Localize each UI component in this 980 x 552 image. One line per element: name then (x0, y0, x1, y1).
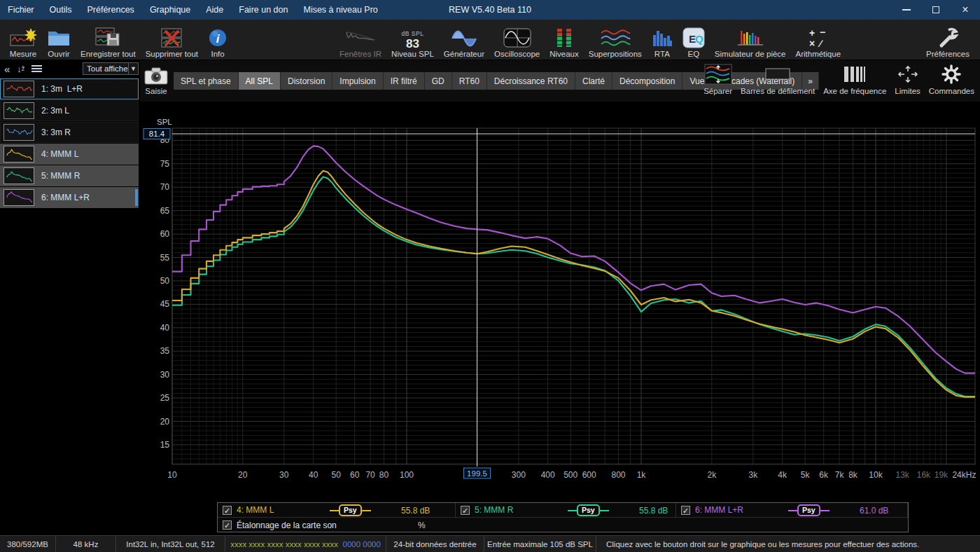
maximize-button[interactable] (921, 0, 951, 20)
title-bar: REW V5.40 Beta 110 FichierOutilsPréféren… (0, 0, 980, 20)
x-tick-label: 8k (848, 470, 858, 480)
open-icon (47, 27, 71, 49)
filter-dropdown[interactable]: Tout afficher ▼ (83, 62, 139, 75)
info-icon: i (208, 27, 227, 49)
séparer-button[interactable]: Séparer (699, 63, 736, 95)
menu-item-mises-niveau-pro[interactable]: Mises à niveau Pro (295, 0, 385, 20)
scrollbars-icon (763, 63, 792, 85)
trace-checkbox[interactable]: ✓ (461, 506, 470, 515)
menu-item-faire-un-don[interactable]: Faire un don (231, 0, 295, 20)
cursor-value: 55.8 dB (401, 506, 430, 516)
arithmétique-button[interactable]: +−×∕Arithmétique (791, 22, 846, 58)
measurement-thumbnail (4, 146, 34, 163)
tab-spl-et-phase[interactable]: SPL et phase (174, 72, 239, 90)
tab-impulsion[interactable]: Impulsion (332, 72, 383, 90)
niveaux-button[interactable]: Niveaux (545, 22, 584, 58)
simulateur-de-pièce-button[interactable]: Simulateur de pièce (710, 22, 791, 58)
minimize-button[interactable] (892, 0, 921, 20)
barres-de-défilement-button[interactable]: Barres de défilement (736, 63, 819, 95)
menu-item-fichier[interactable]: Fichier (0, 0, 42, 20)
tab-décroissance-rt60[interactable]: Décroissance RT60 (487, 72, 575, 90)
x-tick-label: 50 (332, 470, 342, 480)
spl-chart[interactable]: 1520253035404550556065707580SPL102030405… (140, 102, 980, 497)
capture-button[interactable]: Saisie (144, 64, 168, 95)
trace-checkbox[interactable]: ✓ (223, 506, 232, 515)
tab-décomposition[interactable]: Décomposition (612, 72, 682, 90)
info-button[interactable]: iInfo (203, 22, 232, 58)
measurement-thumbnail (4, 189, 34, 206)
trace-checkbox[interactable]: ✓ (681, 506, 690, 515)
measurement-item-4[interactable]: 4: MMM L (0, 144, 139, 165)
delete-all-icon (159, 27, 184, 49)
limites-button[interactable]: Limites (890, 63, 924, 95)
toolbar-label: Simulateur de pièce (715, 50, 786, 58)
générateur-button[interactable]: Générateur (439, 22, 489, 58)
y-axis-title: SPL (157, 118, 172, 126)
menu-item-graphique[interactable]: Graphique (142, 0, 198, 20)
filter-dropdown-value: Tout afficher (87, 64, 128, 73)
tool-label: Limites (895, 87, 920, 95)
legend-box: ✓ 4: MMM L Psy 55.8 dB ✓ 5: MMM R Psy 55… (217, 502, 909, 532)
x-tick-label: 16k (917, 470, 931, 480)
oscilloscope-button[interactable]: Oscilloscope (489, 22, 545, 58)
levels-icon (555, 27, 573, 49)
close-icon: × (962, 4, 968, 16)
sort-icon[interactable]: ↓ẑ (17, 64, 24, 74)
rta-button[interactable]: RTA (647, 22, 678, 58)
status-io-format: Int32L in, Int32L out, 512 (116, 536, 225, 552)
measurement-item-3[interactable]: 3: 3m R (0, 122, 139, 143)
trace-line-sample (820, 510, 830, 511)
menu-item-pr-f-rences[interactable]: Préférences (79, 0, 141, 20)
smoothing-badge[interactable]: Psy (568, 504, 609, 516)
menu-item-aide[interactable]: Aide (198, 0, 231, 20)
y-tick-label: 60 (160, 229, 170, 239)
mesure-button[interactable]: Mesure (4, 22, 42, 58)
collapse-sidebar-icon[interactable]: « (4, 63, 10, 75)
eq-button[interactable]: EQEQ (678, 22, 710, 58)
menu-icon[interactable] (31, 64, 42, 73)
tab-gd[interactable]: GD (425, 72, 452, 90)
tab-rt60[interactable]: RT60 (452, 72, 487, 90)
enregistrer-tout-button[interactable]: Enregistrer tout (76, 22, 141, 58)
legend-cell: ✓ 4: MMM L Psy 55.8 dB (218, 503, 456, 518)
tab-distorsion[interactable]: Distorsion (281, 72, 332, 90)
y-tick-label: 40 (160, 323, 170, 333)
x-tick-label: 400 (541, 470, 555, 480)
menu-item-outils[interactable]: Outils (42, 0, 80, 20)
measurement-item-2[interactable]: 2: 3m L (0, 100, 139, 121)
tab-all-spl[interactable]: All SPL (239, 72, 281, 90)
close-button[interactable]: × (951, 0, 980, 20)
measurements-sidebar: « ↓ẑ Tout afficher ▼ 1: 3m L+R2: 3m L3: … (0, 60, 140, 497)
x-tick-label: 10 (167, 470, 177, 480)
camera-icon (144, 64, 168, 87)
calibration-checkbox[interactable]: ✓ (223, 520, 232, 530)
axe-de-fréquence-button[interactable]: Axe de fréquence (819, 63, 890, 95)
measurement-item-5[interactable]: 5: MMM R (0, 165, 139, 186)
y-tick-label: 45 (160, 299, 170, 309)
calibration-unit: % (418, 520, 426, 530)
tab-clarté[interactable]: Clarté (575, 72, 612, 90)
y-tick-label: 35 (160, 346, 170, 356)
smoothing-badge[interactable]: Psy (788, 504, 830, 516)
x-tick-label: 30 (279, 470, 289, 480)
supprimer-tout-button[interactable]: Supprimer tout (141, 22, 203, 58)
commandes-button[interactable]: Commandes (925, 63, 979, 95)
toolbar-label: Générateur (444, 50, 484, 58)
y-tick-label: 55 (160, 253, 170, 263)
tab-ir-filtré[interactable]: IR filtré (384, 72, 425, 90)
ouvrir-button[interactable]: Ouvrir (42, 22, 76, 58)
capture-label: Saisie (145, 87, 167, 95)
niveau-spl-button[interactable]: dB SPL83Niveau SPL (386, 22, 439, 58)
spl-chart-canvas[interactable]: 1520253035404550556065707580SPL102030405… (140, 102, 980, 497)
measurement-item-6[interactable]: 6: MMM L+R (0, 187, 139, 208)
svg-text:81.4: 81.4 (149, 130, 165, 138)
x-tick-label: 2k (707, 470, 717, 480)
toolbar-label: Niveaux (550, 50, 579, 58)
préférences-button[interactable]: Préférences (921, 22, 974, 58)
toolbar-label: Préférences (926, 50, 969, 58)
smoothing-badge[interactable]: Psy (330, 504, 371, 516)
y-tick-label: 50 (160, 276, 170, 286)
superpositions-button[interactable]: Superpositions (584, 22, 647, 58)
fenêtres-ir-button[interactable]: Fenêtres IR (335, 22, 386, 58)
measurement-item-1[interactable]: 1: 3m L+R (0, 78, 139, 99)
